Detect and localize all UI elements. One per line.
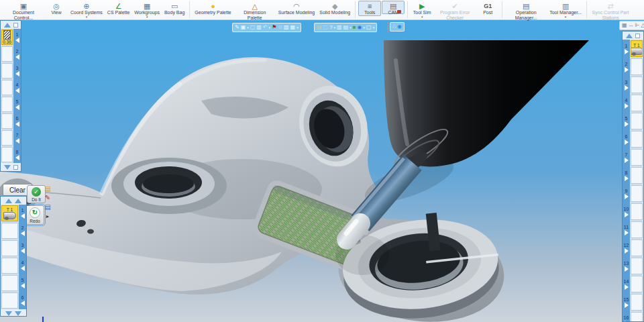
info-icon[interactable]: ◉ [397,23,402,30]
slot-marker-icon[interactable] [15,88,19,93]
operation-slot-6[interactable]: 6 [623,130,643,148]
tool-slot-5[interactable]: 5 [1,96,21,113]
operation-slot-15[interactable]: 15 [623,293,643,311]
ribbon-item-document-control[interactable]: ▣Document Control... [3,1,44,21]
slot-cell[interactable] [631,221,643,238]
op-slot-6[interactable]: 6 [1,292,26,309]
ribbon-item-program-error-checker[interactable]: ✔Program Error Checker [434,1,476,21]
workbook-icon[interactable]: ▤ [343,24,349,31]
tool-slot-1[interactable]: 0.361 [1,29,21,46]
viewport-3d[interactable] [0,20,644,322]
slot-marker-icon[interactable] [625,140,629,145]
ribbon-item-dimension-palette[interactable]: △Dimension Palette [234,1,276,21]
layers-icon[interactable]: ▥ [337,24,342,31]
op-slot-4[interactable]: 4 [1,257,26,274]
ribbon-item-workgroups[interactable]: ▦Workgroups▾ [132,1,162,19]
slot-marker-icon[interactable] [625,158,629,163]
tool-slot-7[interactable]: 7 [1,129,21,146]
slot-marker-icon[interactable] [625,194,629,199]
slot-cell[interactable] [631,258,643,274]
slot-cell[interactable] [1,258,18,274]
ribbon-item-tools[interactable]: ≡Tools [358,1,381,16]
tool-slot-3[interactable]: 3 [1,62,21,79]
slot-marker-icon[interactable] [625,49,629,54]
slot-marker-icon[interactable] [15,71,19,76]
inspect-icon[interactable]: ? [329,24,332,31]
tree-icon[interactable]: △ [641,22,644,29]
operation-slot-8[interactable]: 8 [623,166,643,184]
ribbon-item-cam[interactable]: ▤CAM [382,1,405,14]
solids-icon[interactable]: ▤ [317,24,322,31]
chevron-down-icon[interactable]: ▾ [565,15,567,18]
simulation-icon[interactable]: ∴ [392,23,396,30]
chevron-down-icon[interactable]: ▾ [297,25,299,30]
operation-slot-13[interactable]: 13 [623,257,643,275]
chevron-down-icon[interactable]: ▾ [86,15,88,18]
link-icon[interactable]: ▧ [284,24,289,31]
slot-marker-icon[interactable] [15,54,19,60]
fit-width-icon[interactable]: ↔ [629,22,634,29]
chevron-down-icon[interactable]: ▾ [247,25,249,30]
palette-option-icon[interactable] [13,165,18,170]
align-icon[interactable]: ⊩ [635,22,640,29]
slot-marker-icon[interactable] [625,284,629,290]
grid-icon[interactable]: ▦ [622,22,627,29]
slot-marker-icon[interactable] [625,230,629,235]
scroll-up-icon[interactable] [626,34,633,38]
slot-cell[interactable] [631,239,643,256]
flag-icon[interactable]: ⚑ [272,24,276,31]
slot-marker-icon[interactable] [15,105,19,110]
tool-slot-4[interactable]: 4 [1,79,21,96]
slot-cell[interactable] [631,276,643,292]
ribbon-item-cs-palette[interactable]: ∠CS Palette [105,1,131,16]
operation-slot-2[interactable]: 2 [623,58,643,76]
slot-cell[interactable] [1,80,13,95]
slot-cell[interactable] [631,76,643,93]
slot-cell[interactable] [631,58,643,75]
slot-marker-icon[interactable] [625,176,629,181]
operation-slot-7[interactable]: 7 [623,148,643,166]
palette-icon[interactable]: ▣ [241,24,246,31]
operation-slot-11[interactable]: 11 [623,221,643,239]
ribbon-item-geometry-palette[interactable]: ●Geometry Palette [193,1,233,16]
slot-marker-icon[interactable] [15,138,19,144]
ribbon-item-sync-control-part-stations[interactable]: ⇄Sync Control Part Stations [590,1,631,21]
slot-marker-icon[interactable] [625,121,629,127]
ribbon-item-tool-sim[interactable]: ▶Tool Sim▾ [411,1,433,19]
slot-marker-icon[interactable] [21,283,25,288]
redo-button[interactable]: ↻ Redo [25,205,44,225]
palette-option-icon[interactable] [635,34,640,38]
tool-slot-6[interactable]: 6 [1,113,21,129]
slot-marker-icon[interactable] [21,266,25,271]
chevron-down-icon[interactable]: ▾ [146,15,148,18]
operation-slot-14[interactable]: 14 [623,275,643,293]
scroll-up-icon[interactable] [15,199,21,203]
operation-slot-1[interactable]: 1T 1 [623,40,643,58]
slot-cell[interactable]: T 1 [631,40,643,57]
op-slot-5[interactable]: 5 [1,274,26,292]
scroll-down-icon[interactable] [4,165,11,170]
tool-slot-2[interactable]: 2 [1,46,21,62]
slot-cell[interactable] [631,185,643,202]
ribbon-item-coord-systems[interactable]: ⊕Coord Systems▾ [68,1,105,19]
slot-marker-icon[interactable] [625,303,629,308]
eraser-icon[interactable]: ▢ [250,24,256,31]
slot-marker-icon[interactable] [21,301,25,306]
slot-marker-icon[interactable] [625,85,629,91]
operation-slot-4[interactable]: 4 [623,94,643,112]
chevron-down-icon[interactable]: ▾ [421,15,423,18]
ribbon-item-solid-modeling[interactable]: ◆Solid Modeling [317,1,352,16]
slot-marker-icon[interactable] [625,67,629,72]
chevron-down-icon[interactable]: ▾ [373,25,375,30]
slot-cell[interactable] [631,95,643,111]
edit-icon[interactable]: ✎ [235,24,239,31]
operation-slot-16[interactable]: 16 [623,311,643,322]
slot-cell[interactable] [631,167,643,184]
window-icon[interactable]: ▢ [366,24,372,31]
op-slot-3[interactable]: 3 [1,239,26,257]
slot-cell[interactable] [1,113,13,129]
ribbon-item-view[interactable]: ◎View [45,1,68,16]
copy-icon[interactable]: ▥ [256,24,262,31]
op-slot-2[interactable]: 2 [1,222,26,239]
chevron-down-icon[interactable]: ▾ [350,25,352,30]
